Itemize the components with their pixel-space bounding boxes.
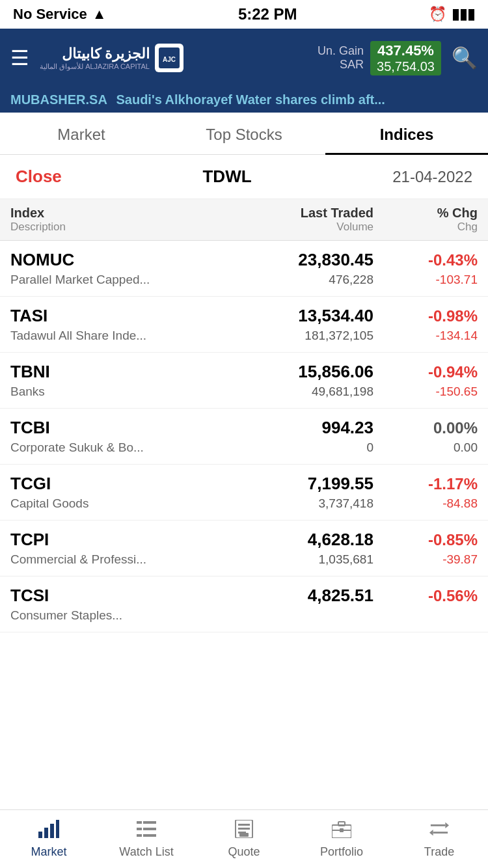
svg-marker-22	[445, 822, 449, 828]
svg-rect-3	[44, 828, 48, 838]
index-description: Parallel Market Capped...	[10, 273, 154, 287]
tab-top-stocks[interactable]: Top Stocks	[163, 113, 325, 154]
svg-rect-2	[38, 832, 42, 838]
search-icon[interactable]: 🔍	[452, 46, 478, 70]
index-chg	[373, 608, 478, 623]
index-last-traded: 23,830.45	[154, 250, 373, 270]
bottom-navigation: Market Watch List Quote	[0, 809, 488, 868]
filter-market-label[interactable]: TDWL	[202, 167, 251, 187]
sar-label: SAR	[340, 58, 364, 72]
app-header: ☰ الجزيرة كابيتال ALJAZIRA CAPITAL للأسو…	[0, 29, 488, 87]
nav-market-label: Market	[31, 845, 66, 859]
index-chg: -39.87	[373, 552, 478, 567]
trade-nav-icon	[429, 820, 449, 843]
index-last-traded: 4,628.18	[154, 530, 373, 550]
nav-watchlist-label: Watch List	[119, 845, 173, 859]
index-chg: -84.88	[373, 496, 478, 511]
th-index-sub: Description	[10, 221, 154, 234]
index-name: TCSI	[10, 586, 154, 606]
index-name: TCBI	[10, 418, 154, 438]
index-name: TCGI	[10, 474, 154, 494]
nav-watchlist[interactable]: Watch List	[98, 810, 195, 868]
gain-value: 437.45%	[377, 42, 435, 59]
index-description: Tadawul All Share Inde...	[10, 329, 154, 343]
index-row[interactable]: TCBI 994.23 0.00% Corporate Sukuk & Bo..…	[0, 409, 488, 465]
nav-trade[interactable]: Trade	[390, 810, 488, 868]
svg-rect-10	[137, 834, 142, 837]
signal-text: No Service	[13, 6, 87, 23]
index-chg: -103.71	[373, 273, 478, 287]
tab-indices[interactable]: Indices	[325, 113, 488, 154]
svg-rect-18	[338, 822, 345, 826]
index-row[interactable]: TCPI 4,628.18 -0.85% Commercial & Profes…	[0, 521, 488, 576]
portfolio-nav-icon	[332, 820, 351, 843]
gain-column: Un. Gain SAR	[318, 44, 364, 72]
index-row[interactable]: TASI 13,534.40 -0.98% Tadawul All Share …	[0, 297, 488, 353]
nav-portfolio[interactable]: Portfolio	[293, 810, 390, 868]
index-description: Banks	[10, 385, 154, 399]
index-description: Commercial & Professi...	[10, 552, 154, 567]
index-pct-chg: -0.56%	[373, 587, 478, 605]
index-last-traded: 4,825.51	[154, 586, 373, 606]
index-row[interactable]: TCSI 4,825.51 -0.56% Consumer Staples...	[0, 576, 488, 632]
status-right: ⏰ ▮▮▮	[429, 6, 475, 23]
index-row[interactable]: TCGI 7,199.55 -1.17% Capital Goods 3,737…	[0, 465, 488, 521]
index-volume: 49,681,198	[154, 385, 373, 399]
quote-nav-icon	[234, 820, 254, 843]
tab-market[interactable]: Market	[0, 113, 163, 154]
index-name: TASI	[10, 306, 154, 326]
logo-english: ALJAZIRA CAPITAL للأسواق المالية	[40, 62, 150, 71]
logo-area: الجزيرة كابيتال ALJAZIRA CAPITAL للأسواق…	[40, 44, 318, 72]
index-name: TBNI	[10, 362, 154, 382]
svg-rect-14	[238, 828, 250, 830]
svg-rect-16	[239, 833, 249, 837]
index-row[interactable]: NOMUC 23,830.45 -0.43% Parallel Market C…	[0, 241, 488, 297]
index-pct-chg: -0.94%	[373, 363, 478, 381]
market-nav-icon	[38, 820, 59, 843]
svg-rect-5	[56, 820, 59, 838]
index-volume: 0	[154, 441, 373, 455]
index-row[interactable]: TBNI 15,856.06 -0.94% Banks 49,681,198 -…	[0, 353, 488, 409]
svg-rect-7	[143, 821, 156, 824]
table-header: Index Description Last Traded Volume % C…	[0, 199, 488, 241]
svg-rect-8	[137, 828, 142, 830]
index-pct-chg: -0.43%	[373, 251, 478, 269]
hamburger-menu-icon[interactable]: ☰	[10, 46, 29, 70]
th-index-label: Index	[10, 206, 154, 221]
status-left: No Service ▲	[13, 6, 107, 23]
status-bar: No Service ▲ 5:22 PM ⏰ ▮▮▮	[0, 0, 488, 29]
svg-rect-4	[50, 824, 54, 838]
index-last-traded: 15,856.06	[154, 362, 373, 382]
index-volume: 1,035,681	[154, 552, 373, 567]
th-index: Index Description	[10, 206, 154, 234]
index-pct-chg: -1.17%	[373, 475, 478, 493]
news-ticker: MUBASHER.SA Saudi's Alkhorayef Water sha…	[0, 87, 488, 113]
nav-market[interactable]: Market	[0, 810, 98, 868]
status-time: 5:22 PM	[238, 5, 297, 23]
th-last-sub: Volume	[154, 221, 373, 234]
th-chg: % Chg Chg	[373, 206, 478, 234]
nav-quote[interactable]: Quote	[195, 810, 293, 868]
index-chg: -150.65	[373, 385, 478, 399]
filter-close-button[interactable]: Close	[16, 167, 62, 187]
index-chg: 0.00	[373, 441, 478, 455]
index-name: NOMUC	[10, 250, 154, 270]
wifi-icon: ▲	[92, 6, 107, 23]
svg-rect-13	[238, 824, 250, 826]
ticker-source: MUBASHER.SA	[10, 92, 107, 107]
index-pct-chg: 0.00%	[373, 419, 478, 437]
index-last-traded: 7,199.55	[154, 474, 373, 494]
index-pct-chg: -0.98%	[373, 307, 478, 325]
index-volume: 181,372,105	[154, 329, 373, 343]
gain-label: Un. Gain	[318, 44, 364, 58]
gain-sar-value: 35,754.03	[377, 59, 435, 74]
th-chg-label: % Chg	[373, 206, 478, 221]
nav-portfolio-label: Portfolio	[320, 845, 363, 859]
index-description: Capital Goods	[10, 496, 154, 511]
alarm-icon: ⏰	[429, 6, 446, 23]
index-last-traded: 13,534.40	[154, 306, 373, 326]
nav-quote-label: Quote	[228, 845, 260, 859]
th-last: Last Traded Volume	[154, 206, 373, 234]
index-chg: -134.14	[373, 329, 478, 343]
th-chg-sub: Chg	[373, 221, 478, 234]
